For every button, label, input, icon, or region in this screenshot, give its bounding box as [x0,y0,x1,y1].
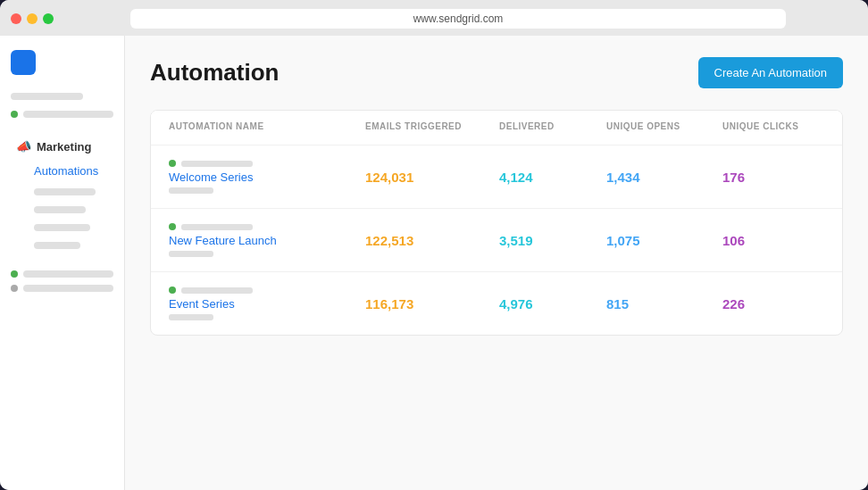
browser-controls: www.sendgrid.com [11,9,857,29]
row-name-cell-2: New Feature Launch [169,223,365,257]
table-row: Welcome Series 124,031 4,124 1,434 176 2… [151,145,842,208]
address-bar[interactable]: www.sendgrid.com [130,9,786,29]
table-row: New Feature Launch 122,513 3,519 1,075 1… [151,208,842,271]
bottom-label-2 [23,285,113,292]
row-name-cell-3: Event Series [169,287,365,320]
sidebar-placeholder-1 [11,93,83,100]
sidebar-item-automations[interactable]: Automations [11,161,113,181]
app-logo [11,50,36,75]
status-placeholder-row1 [181,161,253,167]
sidebar-bottom-item-2 [11,285,113,292]
minimize-dot[interactable] [27,13,38,24]
row-status-line-2 [169,223,365,230]
automation-name-2[interactable]: New Feature Launch [169,234,365,247]
col-header-triggered: EMAILS TRIGGERED [365,121,499,134]
col-header-opens: UNIQUE OPENS [606,121,722,134]
cell-opens-3: 815 [606,296,722,311]
marketing-label: Marketing [37,140,91,154]
table-header: AUTOMATION NAME EMAILS TRIGGERED DELIVER… [151,111,842,145]
row-name-cell-1: Welcome Series [169,160,365,194]
col-header-name: AUTOMATION NAME [169,121,365,134]
row-status-line-1 [169,160,365,167]
cell-delivered-2: 3,519 [499,233,606,248]
bottom-dot-1 [11,270,18,278]
browser-chrome: www.sendgrid.com [0,0,868,36]
app-body: 📣 Marketing Automations [0,36,868,490]
status-dot-1 [11,111,18,118]
create-automation-button[interactable]: Create An Automation [698,57,843,88]
cell-clicks-1: 176 [722,170,843,185]
bottom-label-1 [23,270,113,278]
automation-name-3[interactable]: Event Series [169,297,365,311]
cell-triggered-1: 124,031 [365,170,499,185]
cell-clicks-3: 226 [722,296,843,311]
sidebar-sub-3 [34,224,90,231]
close-dot[interactable] [11,13,21,24]
maximize-dot[interactable] [43,13,54,24]
status-dot-row2 [169,223,176,230]
row-sub-row3 [169,314,213,320]
page-header: Automation Create An Automation [150,57,843,88]
sidebar-bottom [11,270,113,292]
cell-clicks-2: 106 [722,233,843,248]
cell-delivered-3: 4,976 [499,296,606,311]
sidebar-status-item-1 [11,111,113,118]
automation-table: AUTOMATION NAME EMAILS TRIGGERED DELIVER… [150,110,843,336]
status-placeholder-row2 [181,224,253,230]
cell-opens-2: 1,075 [606,233,722,248]
cell-triggered-3: 116,173 [365,296,499,311]
sidebar-item-marketing[interactable]: 📣 Marketing [11,136,113,157]
status-dot-row1 [169,160,176,167]
table-row: Event Series 116,173 4,976 815 226 109 [151,271,842,335]
sidebar: 📣 Marketing Automations [0,36,125,490]
sidebar-sub-1 [34,188,96,195]
col-header-delivered: DELIVERED [499,121,606,134]
main-content: Automation Create An Automation AUTOMATI… [125,36,868,490]
cell-delivered-1: 4,124 [499,170,606,185]
browser-window: www.sendgrid.com 📣 Marketing Automations [0,0,868,490]
automation-name-1[interactable]: Welcome Series [169,170,365,184]
sidebar-status-group [11,111,113,118]
status-dot-row3 [169,287,176,294]
row-status-line-3 [169,287,365,294]
sidebar-sub-2 [34,206,86,213]
cell-triggered-2: 122,513 [365,233,499,248]
page-title: Automation [150,59,279,87]
row-sub-row2 [169,251,213,257]
sidebar-bottom-item-1 [11,270,113,278]
sidebar-sub-4 [34,242,80,249]
col-header-clicks: UNIQUE CLICKS [722,121,843,134]
cell-opens-1: 1,434 [606,170,722,185]
status-placeholder-row3 [181,287,253,294]
bottom-dot-2 [11,285,18,292]
sidebar-label-1 [23,111,113,118]
row-sub-row1 [169,187,213,194]
megaphone-icon: 📣 [16,139,31,154]
sidebar-nav: 📣 Marketing Automations [11,136,113,253]
